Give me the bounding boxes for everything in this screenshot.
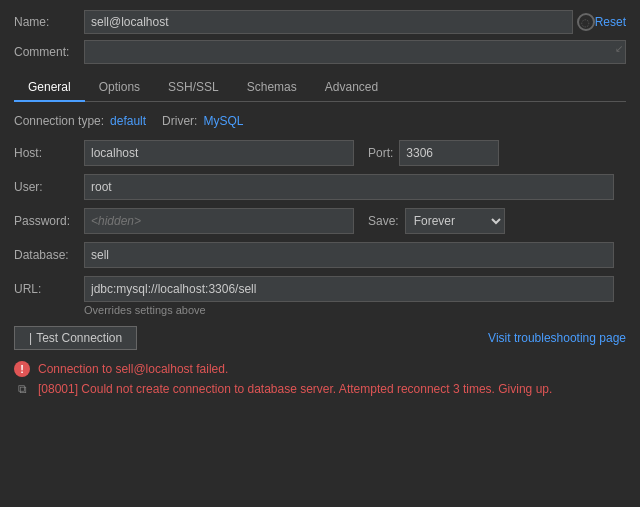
connection-type-row: Connection type: default Driver: MySQL xyxy=(14,114,626,128)
error-icon: ! xyxy=(14,361,30,377)
save-label: Save: xyxy=(368,214,399,228)
database-row: Database: xyxy=(14,242,626,268)
spinner-icon: ◌ xyxy=(577,13,595,31)
error-row-2: ⧉ [08001] Could not create connection to… xyxy=(14,380,626,398)
url-row: URL: xyxy=(14,276,626,302)
error-line2: [08001] Could not create connection to d… xyxy=(38,380,552,398)
password-input[interactable] xyxy=(84,208,354,234)
host-port-row: Host: Port: xyxy=(14,140,626,166)
comment-label: Comment: xyxy=(14,45,84,59)
port-input[interactable] xyxy=(399,140,499,166)
error-row-1: ! Connection to sell@localhost failed. xyxy=(14,360,626,378)
resize-icon: ↙ xyxy=(615,43,623,54)
name-input[interactable] xyxy=(84,10,573,34)
password-row: Password: Save: Forever Session Never xyxy=(14,208,626,234)
tab-schemas[interactable]: Schemas xyxy=(233,74,311,102)
database-input[interactable] xyxy=(84,242,614,268)
conn-type-value: default xyxy=(110,114,146,128)
comment-input-wrap: ↙ xyxy=(84,40,626,64)
tab-general[interactable]: General xyxy=(14,74,85,102)
copy-icon[interactable]: ⧉ xyxy=(14,381,30,397)
driver-value: MySQL xyxy=(203,114,243,128)
password-label: Password: xyxy=(14,214,84,228)
conn-type-label: Connection type: xyxy=(14,114,104,128)
host-input[interactable] xyxy=(84,140,354,166)
user-input[interactable] xyxy=(84,174,614,200)
user-row: User: xyxy=(14,174,626,200)
test-connection-button[interactable]: | Test Connection xyxy=(14,326,137,350)
test-button-label: Test Connection xyxy=(36,331,122,345)
host-label: Host: xyxy=(14,146,84,160)
name-label: Name: xyxy=(14,15,84,29)
test-button-icon: | xyxy=(29,331,32,345)
url-input[interactable] xyxy=(84,276,614,302)
visit-troubleshooting-link[interactable]: Visit troubleshooting page xyxy=(488,331,626,345)
name-row: Name: ◌ Reset xyxy=(14,10,626,34)
overrides-text: Overrides settings above xyxy=(84,304,626,316)
error-section: ! Connection to sell@localhost failed. ⧉… xyxy=(14,360,626,398)
tab-options[interactable]: Options xyxy=(85,74,154,102)
database-label: Database: xyxy=(14,248,84,262)
comment-row: Comment: ↙ xyxy=(14,40,626,64)
comment-input[interactable] xyxy=(84,40,626,64)
test-row: | Test Connection Visit troubleshooting … xyxy=(14,326,626,350)
port-label: Port: xyxy=(368,146,393,160)
user-label: User: xyxy=(14,180,84,194)
tab-advanced[interactable]: Advanced xyxy=(311,74,392,102)
tab-ssh-ssl[interactable]: SSH/SSL xyxy=(154,74,233,102)
save-select[interactable]: Forever Session Never xyxy=(405,208,505,234)
connection-dialog: Name: ◌ Reset Comment: ↙ General Options… xyxy=(0,0,640,507)
tabs: General Options SSH/SSL Schemas Advanced xyxy=(14,74,626,102)
error-line1: Connection to sell@localhost failed. xyxy=(38,360,228,378)
driver-label: Driver: xyxy=(162,114,197,128)
reset-button[interactable]: Reset xyxy=(595,15,626,29)
url-label: URL: xyxy=(14,282,84,296)
